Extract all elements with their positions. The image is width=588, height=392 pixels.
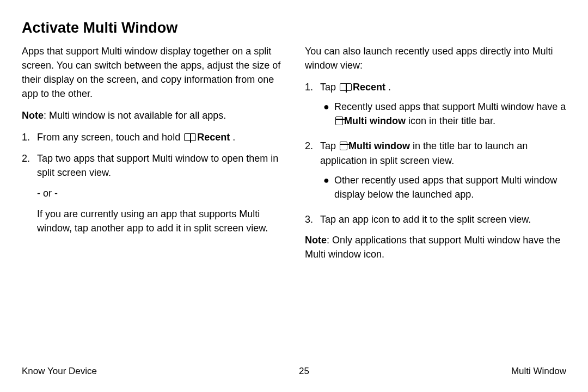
recent-icon [184,133,196,141]
note-text: : Only applications that support Multi w… [305,235,560,260]
page-title: Activate Multi Window [22,20,566,36]
step-text: Tap an app icon to add it to the split s… [320,212,566,226]
right-step-3: 3. Tap an app icon to add it to the spli… [305,212,566,226]
right-step-1: 1. Tap Recent . ● Recently used apps tha… [305,80,566,132]
bullet-icon: ● [320,100,334,128]
note-text: : Multi window is not available for all … [44,110,226,121]
bullet-item: ● Other recently used apps that support … [320,173,566,201]
step-number: 2. [22,151,37,235]
left-step-1: 1. From any screen, touch and hold Recen… [22,130,283,144]
footer-right: Multi Window [511,366,566,377]
left-column: Apps that support Multi window display t… [22,44,283,269]
step-text: Tap two apps that support Multi window t… [37,153,278,178]
multi-window-icon [335,117,343,125]
step-alt-text: If you are currently using an app that s… [37,207,283,235]
step-number: 1. [305,80,320,132]
left-note: Note: Multi window is not available for … [22,108,283,122]
step-suffix: . [230,132,235,143]
bullet-icon: ● [320,173,334,201]
bullet-text: Recently used apps that support Multi wi… [334,101,566,112]
step-number: 3. [305,212,320,226]
bullet-text: icon in their title bar. [406,115,495,126]
right-note: Note: Only applications that support Mul… [305,233,566,261]
left-step-2: 2. Tap two apps that support Multi windo… [22,151,283,235]
recent-label: Recent [197,132,230,143]
footer-page-number: 25 [299,366,309,377]
step-suffix: . [385,82,391,93]
step-number: 1. [22,130,37,144]
right-steps: 1. Tap Recent . ● Recently used apps tha… [305,80,566,226]
multi-window-label: Multi window [348,140,410,151]
step-text: Tap [320,140,339,151]
multi-window-icon [340,142,347,150]
left-intro: Apps that support Multi window display t… [22,44,283,101]
step-text: Tap [320,82,339,93]
right-column: You can also launch recently used apps d… [305,44,566,269]
recent-label: Recent [353,82,385,93]
multi-window-label: Multi window [344,115,406,126]
page-footer: Know Your Device 25 Multi Window [22,366,566,377]
right-intro: You can also launch recently used apps d… [305,44,566,72]
sub-bullets: ● Recently used apps that support Multi … [320,100,566,128]
or-divider: - or - [37,186,283,200]
bullet-item: ● Recently used apps that support Multi … [320,100,566,128]
step-number: 2. [305,139,320,205]
step-text: From any screen, touch and hold [37,132,183,143]
bullet-text: Other recently used apps that support Mu… [334,173,566,201]
recent-icon [340,83,352,91]
content-columns: Apps that support Multi window display t… [22,44,566,269]
footer-left: Know Your Device [22,366,97,377]
right-step-2: 2. Tap Multi window in the title bar to … [305,139,566,205]
note-label: Note [305,235,327,246]
note-label: Note [22,110,44,121]
left-steps: 1. From any screen, touch and hold Recen… [22,130,283,235]
sub-bullets: ● Other recently used apps that support … [320,173,566,201]
